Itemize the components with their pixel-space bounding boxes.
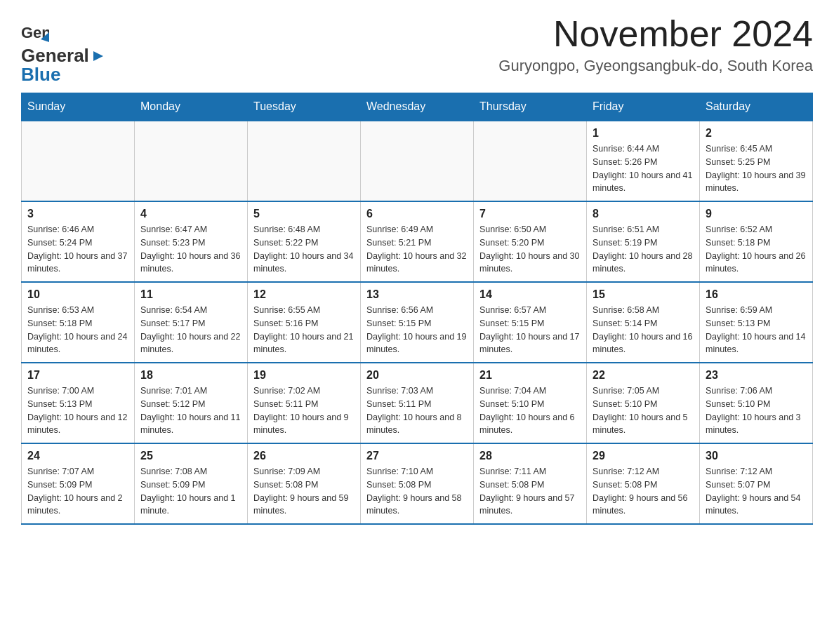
day-number: 21 <box>479 369 581 382</box>
calendar-cell: 17Sunrise: 7:00 AMSunset: 5:13 PMDayligh… <box>22 363 135 443</box>
calendar-header-wednesday: Wednesday <box>361 93 474 121</box>
calendar-table: SundayMondayTuesdayWednesdayThursdayFrid… <box>21 93 813 525</box>
calendar-cell: 7Sunrise: 6:50 AMSunset: 5:20 PMDaylight… <box>474 201 587 282</box>
day-info: Sunrise: 7:03 AMSunset: 5:11 PMDaylight:… <box>366 384 468 437</box>
calendar-cell: 28Sunrise: 7:11 AMSunset: 5:08 PMDayligh… <box>474 443 587 524</box>
day-info: Sunrise: 6:46 AMSunset: 5:24 PMDaylight:… <box>27 223 128 276</box>
day-number: 17 <box>27 369 128 382</box>
day-info: Sunrise: 7:01 AMSunset: 5:12 PMDaylight:… <box>140 384 241 437</box>
calendar-week-4: 17Sunrise: 7:00 AMSunset: 5:13 PMDayligh… <box>22 363 813 443</box>
day-info: Sunrise: 6:47 AMSunset: 5:23 PMDaylight:… <box>140 223 241 276</box>
logo-area: General General Blue <box>21 14 106 86</box>
day-info: Sunrise: 7:12 AMSunset: 5:08 PMDaylight:… <box>593 465 694 518</box>
day-number: 14 <box>479 288 581 301</box>
day-number: 25 <box>140 450 241 462</box>
day-number: 15 <box>593 288 694 301</box>
calendar-cell: 19Sunrise: 7:02 AMSunset: 5:11 PMDayligh… <box>248 363 361 443</box>
calendar-cell: 30Sunrise: 7:12 AMSunset: 5:07 PMDayligh… <box>700 443 813 524</box>
calendar-cell: 18Sunrise: 7:01 AMSunset: 5:12 PMDayligh… <box>135 363 248 443</box>
svg-marker-2 <box>93 51 103 61</box>
calendar-cell: 14Sunrise: 6:57 AMSunset: 5:15 PMDayligh… <box>474 282 587 363</box>
day-number: 10 <box>27 288 128 301</box>
day-info: Sunrise: 7:04 AMSunset: 5:10 PMDaylight:… <box>479 384 581 437</box>
calendar-week-3: 10Sunrise: 6:53 AMSunset: 5:18 PMDayligh… <box>22 282 813 363</box>
calendar-cell: 12Sunrise: 6:55 AMSunset: 5:16 PMDayligh… <box>248 282 361 363</box>
day-number: 23 <box>706 369 807 382</box>
day-number: 16 <box>706 288 807 301</box>
calendar-cell: 11Sunrise: 6:54 AMSunset: 5:17 PMDayligh… <box>135 282 248 363</box>
calendar-cell: 2Sunrise: 6:45 AMSunset: 5:25 PMDaylight… <box>700 121 813 201</box>
calendar-cell: 10Sunrise: 6:53 AMSunset: 5:18 PMDayligh… <box>22 282 135 363</box>
calendar-header-sunday: Sunday <box>22 93 135 121</box>
calendar-cell: 15Sunrise: 6:58 AMSunset: 5:14 PMDayligh… <box>587 282 700 363</box>
day-info: Sunrise: 7:07 AMSunset: 5:09 PMDaylight:… <box>27 465 128 518</box>
day-number: 30 <box>706 450 807 462</box>
day-number: 7 <box>479 208 581 220</box>
day-number: 11 <box>140 288 241 301</box>
day-info: Sunrise: 6:54 AMSunset: 5:17 PMDaylight:… <box>140 304 241 356</box>
page-subtitle: Guryongpo, Gyeongsangbuk-do, South Korea <box>498 57 813 75</box>
page-title: November 2024 <box>498 14 813 54</box>
calendar-header-tuesday: Tuesday <box>248 93 361 121</box>
day-number: 29 <box>593 450 694 462</box>
calendar-cell: 8Sunrise: 6:51 AMSunset: 5:19 PMDaylight… <box>587 201 700 282</box>
day-info: Sunrise: 7:05 AMSunset: 5:10 PMDaylight:… <box>593 384 694 437</box>
day-info: Sunrise: 7:08 AMSunset: 5:09 PMDaylight:… <box>140 465 241 518</box>
calendar-cell <box>248 121 361 201</box>
calendar-cell <box>361 121 474 201</box>
day-number: 9 <box>706 208 807 220</box>
calendar-cell: 4Sunrise: 6:47 AMSunset: 5:23 PMDaylight… <box>135 201 248 282</box>
calendar-cell: 22Sunrise: 7:05 AMSunset: 5:10 PMDayligh… <box>587 363 700 443</box>
day-info: Sunrise: 6:52 AMSunset: 5:18 PMDaylight:… <box>706 223 807 276</box>
calendar-header-friday: Friday <box>587 93 700 121</box>
day-number: 1 <box>593 127 694 140</box>
calendar-header-monday: Monday <box>135 93 248 121</box>
day-info: Sunrise: 6:48 AMSunset: 5:22 PMDaylight:… <box>253 223 355 276</box>
day-info: Sunrise: 7:10 AMSunset: 5:08 PMDaylight:… <box>366 465 468 518</box>
logo-arrow-icon <box>91 48 106 64</box>
calendar-cell: 1Sunrise: 6:44 AMSunset: 5:26 PMDaylight… <box>587 121 700 201</box>
calendar-week-5: 24Sunrise: 7:07 AMSunset: 5:09 PMDayligh… <box>22 443 813 524</box>
page-header: General General Blue November 2024 Guryo… <box>21 14 813 86</box>
calendar-cell: 20Sunrise: 7:03 AMSunset: 5:11 PMDayligh… <box>361 363 474 443</box>
calendar-week-1: 1Sunrise: 6:44 AMSunset: 5:26 PMDaylight… <box>22 121 813 201</box>
day-number: 2 <box>706 127 807 140</box>
calendar-cell: 9Sunrise: 6:52 AMSunset: 5:18 PMDaylight… <box>700 201 813 282</box>
day-info: Sunrise: 6:53 AMSunset: 5:18 PMDaylight:… <box>27 304 128 356</box>
day-info: Sunrise: 6:58 AMSunset: 5:14 PMDaylight:… <box>593 304 694 356</box>
calendar-header-row: SundayMondayTuesdayWednesdayThursdayFrid… <box>22 93 813 121</box>
day-number: 28 <box>479 450 581 462</box>
day-info: Sunrise: 6:51 AMSunset: 5:19 PMDaylight:… <box>593 223 694 276</box>
day-info: Sunrise: 7:02 AMSunset: 5:11 PMDaylight:… <box>253 384 355 437</box>
day-number: 4 <box>140 208 241 220</box>
day-number: 13 <box>366 288 468 301</box>
day-info: Sunrise: 6:55 AMSunset: 5:16 PMDaylight:… <box>253 304 355 356</box>
day-number: 6 <box>366 208 468 220</box>
calendar-header-saturday: Saturday <box>700 93 813 121</box>
calendar-cell <box>135 121 248 201</box>
day-number: 26 <box>253 450 355 462</box>
day-number: 12 <box>253 288 355 301</box>
calendar-cell: 5Sunrise: 6:48 AMSunset: 5:22 PMDaylight… <box>248 201 361 282</box>
calendar-cell: 23Sunrise: 7:06 AMSunset: 5:10 PMDayligh… <box>700 363 813 443</box>
calendar-cell: 13Sunrise: 6:56 AMSunset: 5:15 PMDayligh… <box>361 282 474 363</box>
calendar-cell: 21Sunrise: 7:04 AMSunset: 5:10 PMDayligh… <box>474 363 587 443</box>
day-info: Sunrise: 6:45 AMSunset: 5:25 PMDaylight:… <box>706 142 807 195</box>
day-number: 18 <box>140 369 241 382</box>
calendar-cell: 25Sunrise: 7:08 AMSunset: 5:09 PMDayligh… <box>135 443 248 524</box>
calendar-cell: 27Sunrise: 7:10 AMSunset: 5:08 PMDayligh… <box>361 443 474 524</box>
day-info: Sunrise: 6:59 AMSunset: 5:13 PMDaylight:… <box>706 304 807 356</box>
day-info: Sunrise: 6:57 AMSunset: 5:15 PMDaylight:… <box>479 304 581 356</box>
day-number: 19 <box>253 369 355 382</box>
day-number: 20 <box>366 369 468 382</box>
day-info: Sunrise: 6:50 AMSunset: 5:20 PMDaylight:… <box>479 223 581 276</box>
day-number: 3 <box>27 208 128 220</box>
day-info: Sunrise: 7:11 AMSunset: 5:08 PMDaylight:… <box>479 465 581 518</box>
calendar-cell <box>474 121 587 201</box>
day-info: Sunrise: 6:56 AMSunset: 5:15 PMDaylight:… <box>366 304 468 356</box>
day-number: 24 <box>27 450 128 462</box>
calendar-cell: 26Sunrise: 7:09 AMSunset: 5:08 PMDayligh… <box>248 443 361 524</box>
day-info: Sunrise: 7:09 AMSunset: 5:08 PMDaylight:… <box>253 465 355 518</box>
calendar-cell: 16Sunrise: 6:59 AMSunset: 5:13 PMDayligh… <box>700 282 813 363</box>
day-info: Sunrise: 6:44 AMSunset: 5:26 PMDaylight:… <box>593 142 694 195</box>
